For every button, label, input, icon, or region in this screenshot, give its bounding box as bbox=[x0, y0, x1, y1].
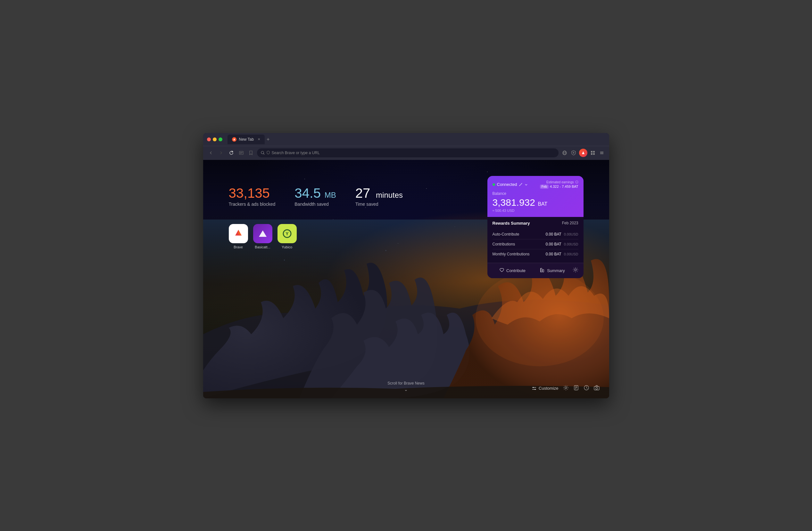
tab-summary[interactable]: Summary bbox=[533, 266, 572, 275]
shield-nav-icon[interactable]: B bbox=[570, 149, 577, 156]
shortcut-brave[interactable]: Brave bbox=[229, 224, 248, 249]
svg-text:Y: Y bbox=[286, 231, 289, 236]
title-bar: New Tab ✕ + bbox=[203, 133, 609, 146]
auto-contribute-row: Auto-Contribute 0.00 BAT 0.00USD bbox=[493, 229, 578, 239]
nav-right-icons: B bbox=[561, 149, 605, 157]
balance-usd: ≈ 500.43 USD bbox=[493, 209, 578, 213]
bookmark-icon[interactable] bbox=[247, 149, 255, 156]
yubico-shortcut-label: Yubico bbox=[282, 245, 292, 249]
bandwidth-value: 34.5 MB bbox=[294, 186, 336, 201]
svg-marker-13 bbox=[582, 151, 584, 154]
more-menu-icon[interactable] bbox=[598, 149, 605, 156]
reading-list-icon[interactable] bbox=[573, 385, 579, 392]
tab-bar: New Tab ✕ + bbox=[228, 134, 605, 144]
svg-rect-32 bbox=[542, 270, 544, 272]
svg-rect-14 bbox=[591, 151, 593, 153]
traffic-lights bbox=[207, 138, 222, 141]
basicatt-shortcut-label: Basicatt... bbox=[255, 245, 270, 249]
camera-icon[interactable] bbox=[594, 385, 599, 392]
time-unit: minutes bbox=[376, 191, 403, 199]
rewards-summary: Rewards Summary Feb 2023 Auto-Contribute… bbox=[488, 217, 583, 263]
balance-area: Balance 3,381.932 BAT ≈ 500.43 USD bbox=[493, 191, 578, 213]
monthly-contributions-label: Monthly Contributions bbox=[493, 252, 530, 256]
summary-header: Rewards Summary Feb 2023 bbox=[493, 221, 578, 226]
tab-title: New Tab bbox=[239, 137, 254, 142]
auto-contribute-values: 0.00 BAT 0.00USD bbox=[546, 232, 578, 236]
main-content: 33,135 Trackers & ads blocked 34.5 MB Ba… bbox=[203, 160, 609, 398]
contributions-row: Contributions 0.00 BAT 0.00USD bbox=[493, 239, 578, 249]
brave-rewards-icon[interactable] bbox=[579, 149, 588, 157]
svg-line-28 bbox=[520, 184, 521, 185]
summary-date: Feb 2023 bbox=[562, 221, 578, 225]
extensions-icon[interactable] bbox=[589, 149, 596, 156]
trackers-stat: 33,135 Trackers & ads blocked bbox=[229, 186, 276, 207]
tab-close-icon[interactable]: ✕ bbox=[258, 138, 260, 141]
new-tab-button[interactable]: + bbox=[266, 137, 270, 142]
svg-marker-25 bbox=[259, 230, 266, 237]
svg-rect-16 bbox=[591, 153, 593, 155]
customize-label: Customize bbox=[539, 386, 558, 391]
trackers-label: Trackers & ads blocked bbox=[229, 202, 276, 207]
contribute-tab-label: Contribute bbox=[506, 268, 525, 273]
yubico-icon: Y bbox=[277, 224, 297, 243]
rewards-tabs: Contribute Summary bbox=[488, 263, 583, 278]
back-button[interactable] bbox=[207, 149, 215, 157]
rewards-header: Connected Estimated earnings bbox=[488, 176, 583, 217]
balance-unit: BAT bbox=[538, 201, 547, 207]
svg-point-38 bbox=[535, 389, 536, 390]
connected-badge: Connected bbox=[493, 182, 528, 187]
time-value-container: 27 minutes bbox=[356, 186, 403, 201]
bottom-right-controls: Customize bbox=[532, 385, 599, 392]
reload-button[interactable] bbox=[228, 149, 235, 157]
url-text: Search Brave or type a URL bbox=[272, 150, 320, 155]
bandwidth-number: 34.5 bbox=[294, 186, 321, 201]
rewards-panel: Connected Estimated earnings bbox=[488, 176, 583, 278]
active-tab[interactable]: New Tab ✕ bbox=[228, 134, 265, 144]
contribute-icon bbox=[499, 268, 504, 274]
maximize-button[interactable] bbox=[219, 138, 222, 141]
trackers-count: 33,135 bbox=[229, 186, 276, 201]
scroll-arrow: ⌄ bbox=[404, 387, 408, 392]
contributions-usd: 0.00USD bbox=[564, 242, 578, 246]
time-stat: 27 minutes Time saved bbox=[356, 186, 403, 207]
auto-contribute-usd: 0.00USD bbox=[564, 232, 578, 236]
browser-window: New Tab ✕ + bbox=[203, 133, 609, 398]
close-button[interactable] bbox=[207, 138, 211, 141]
tab-contribute[interactable]: Contribute bbox=[493, 266, 533, 275]
nav-bar: Search Brave or type a URL B bbox=[203, 146, 609, 160]
svg-text:B: B bbox=[572, 152, 574, 154]
monthly-bat: 0.00 BAT bbox=[546, 252, 562, 256]
rewards-header-top: Connected Estimated earnings bbox=[493, 181, 578, 189]
settings-bottom-icon[interactable] bbox=[563, 385, 569, 392]
reader-mode-icon[interactable] bbox=[238, 149, 245, 156]
svg-text:i: i bbox=[577, 182, 577, 183]
settings-button[interactable] bbox=[572, 267, 578, 274]
url-bar[interactable]: Search Brave or type a URL bbox=[257, 148, 559, 157]
minimize-button[interactable] bbox=[213, 138, 217, 141]
sliders-icon bbox=[532, 386, 537, 391]
auto-contribute-bat: 0.00 BAT bbox=[546, 232, 562, 236]
shortcut-basicatt[interactable]: Basicatt... bbox=[253, 224, 272, 249]
history-icon[interactable] bbox=[583, 385, 589, 392]
time-label: Time saved bbox=[356, 202, 403, 207]
forward-button[interactable] bbox=[217, 149, 225, 157]
info-icon: i bbox=[575, 181, 578, 184]
shield-icon bbox=[266, 150, 270, 155]
summary-title: Rewards Summary bbox=[493, 221, 530, 226]
shortcuts: Brave Basicatt... Y Yubic bbox=[229, 224, 297, 249]
svg-point-46 bbox=[596, 387, 598, 389]
balance-label: Balance bbox=[493, 191, 578, 196]
period-badge: Feb bbox=[540, 185, 549, 189]
chevron-down-icon bbox=[525, 183, 528, 186]
estimated-range: 4.322 - 7.459 BAT bbox=[550, 185, 578, 188]
brave-shortcut-label: Brave bbox=[234, 245, 243, 249]
monthly-usd: 0.00USD bbox=[564, 252, 578, 256]
svg-point-39 bbox=[565, 387, 567, 389]
customize-button[interactable]: Customize bbox=[532, 386, 558, 391]
estimated-earnings: Estimated earnings i Feb 4.322 - 7.459 B… bbox=[540, 181, 578, 189]
link-icon bbox=[519, 183, 523, 187]
vpn-icon[interactable] bbox=[561, 149, 568, 156]
brave-app-icon bbox=[229, 224, 248, 243]
basicatt-icon bbox=[253, 224, 272, 243]
shortcut-yubico[interactable]: Y Yubico bbox=[277, 224, 297, 249]
